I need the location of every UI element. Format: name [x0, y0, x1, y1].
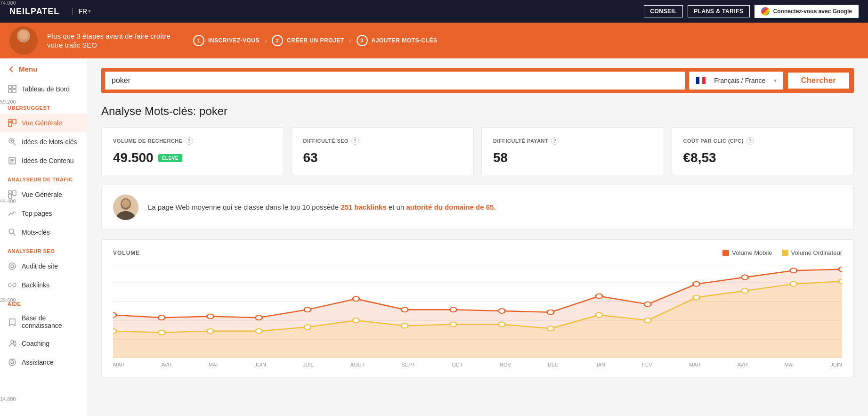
step-2-num: 2: [272, 35, 283, 46]
chercher-button[interactable]: Chercher: [787, 72, 850, 90]
insight-avatar: [113, 195, 138, 220]
svg-point-37: [122, 199, 130, 208]
lang-dropdown-arrow: ▾: [774, 77, 777, 84]
svg-point-69: [547, 326, 554, 331]
chart-title: VOLUME: [113, 250, 140, 256]
svg-point-48: [304, 307, 311, 312]
vue-generale-label: Vue Générale: [22, 119, 62, 127]
svg-point-73: [742, 288, 748, 293]
svg-point-50: [401, 307, 408, 312]
chart-body: 74.000 59.200 44.400 29.600 14.800: [113, 264, 842, 367]
title-keyword: poker: [199, 105, 227, 117]
chart-header: VOLUME Volume Mobile Volume Ordinateur: [113, 249, 842, 256]
step-1-num: 1: [193, 35, 204, 46]
chart-svg: [113, 264, 842, 358]
svg-point-59: [839, 267, 842, 271]
metric-label-cpc: COÛT PAR CLIC (CPC) ?: [683, 137, 843, 145]
svg-point-56: [693, 282, 699, 286]
svg-point-64: [304, 325, 311, 329]
lang-selector[interactable]: FR: [79, 8, 88, 15]
idees-mots-cles-label: Idées de Mots-clés: [22, 138, 77, 146]
svg-point-47: [256, 315, 262, 320]
svg-point-72: [693, 295, 699, 300]
metric-difficulte-seo: DIFFICULTÉ SEO ? 63: [292, 127, 474, 175]
chart-svg-area: MARAVRMAI JUINJUILAOUT SEPTOCTNOV DÉCJAN…: [113, 264, 842, 367]
info-icon-seo[interactable]: ?: [351, 137, 359, 145]
svg-point-55: [644, 302, 651, 307]
plans-button[interactable]: PLANS & TARIFS: [688, 5, 749, 17]
svg-point-68: [499, 322, 505, 327]
insight-text: La page Web moyenne qui se classe dans l…: [148, 202, 496, 213]
legend-desktop: Volume Ordinateur: [782, 249, 842, 256]
svg-point-66: [401, 323, 408, 328]
svg-point-51: [450, 307, 456, 312]
info-icon-volume[interactable]: ?: [186, 137, 193, 145]
svg-point-52: [499, 309, 505, 313]
info-icon-payant[interactable]: ?: [551, 137, 559, 145]
metric-label-seo: DIFFICULTÉ SEO ?: [303, 137, 462, 145]
metric-value-cpc: €8,53: [683, 150, 843, 165]
metric-label-volume: VOLUME DE RECHERCHE ?: [113, 137, 272, 145]
svg-point-70: [596, 313, 602, 318]
x-axis: MARAVRMAI JUINJUILAOUT SEPTOCTNOV DÉCJAN…: [113, 360, 842, 367]
metric-label-payant: DIFFICULTÉ PAYANT ?: [493, 137, 652, 145]
svg-point-65: [353, 318, 359, 323]
svg-point-60: [113, 329, 116, 334]
svg-point-62: [207, 329, 213, 334]
svg-point-53: [547, 310, 554, 315]
metric-cpc: COÛT PAR CLIC (CPC) ? €8,53: [672, 127, 854, 175]
main-layout: Menu Tableau de Bord UBERSUGGEST Vue Gén…: [0, 58, 868, 416]
step-1-label: INSCRIVEZ-VOUS: [208, 37, 260, 44]
metric-value-payant: 58: [493, 150, 652, 165]
neil-patel-avatar: [113, 195, 138, 220]
google-signin-button[interactable]: Connectez-vous avec Google: [754, 5, 859, 18]
svg-point-44: [113, 313, 116, 318]
banner-step-1[interactable]: 1 INSCRIVEZ-VOUS: [193, 35, 260, 46]
lang-arrow: ▾: [88, 8, 91, 15]
svg-point-67: [450, 322, 456, 327]
idees-contenu-label: Idées de Contenu: [22, 157, 74, 164]
volume-chart-container: VOLUME Volume Mobile Volume Ordinateur 7…: [101, 239, 854, 377]
info-icon-cpc[interactable]: ?: [746, 137, 754, 145]
search-input[interactable]: [105, 72, 685, 90]
metric-value-seo: 63: [303, 150, 462, 165]
svg-point-63: [256, 329, 262, 334]
banner-step-3[interactable]: 3 AJOUTER MOTS-CLÉS: [357, 35, 438, 46]
badge-eleve: ÉLEVÉ: [158, 154, 182, 162]
svg-point-49: [353, 296, 359, 301]
banner-steps: 1 INSCRIVEZ-VOUS › 2 CRÉER UN PROJET › 3…: [193, 35, 437, 46]
legend-desktop-color: [782, 250, 788, 256]
top-nav: NEILPATEL | FR ▾ CONSEIL PLANS & TARIFS …: [0, 0, 868, 23]
conseil-button[interactable]: CONSEIL: [644, 5, 683, 17]
assistance-label: Assistance: [22, 359, 54, 366]
coaching-label: Coaching: [22, 340, 49, 347]
metric-value-volume: 49.500 ÉLEVÉ: [113, 150, 272, 165]
insight-text-middle: et un: [387, 203, 406, 211]
title-prefix: Analyse Mots-clés:: [101, 105, 196, 117]
language-selector[interactable]: Français / France ▾: [689, 72, 783, 90]
search-bar: Français / France ▾ Chercher: [101, 68, 854, 93]
step-2-label: CRÉER UN PROJET: [287, 37, 344, 44]
step-separator-2: ›: [349, 36, 352, 46]
svg-point-74: [790, 282, 797, 286]
page-title: Analyse Mots-clés: poker: [101, 105, 854, 118]
legend-mobile: Volume Mobile: [722, 249, 772, 256]
banner-step-2[interactable]: 2 CRÉER UN PROJET: [272, 35, 344, 46]
legend-mobile-label: Volume Mobile: [732, 249, 772, 256]
insight-authority[interactable]: autorité du domaine de 65.: [406, 203, 495, 211]
legend-desktop-label: Volume Ordinateur: [791, 249, 842, 256]
metrics-row: VOLUME DE RECHERCHE ? 49.500 ÉLEVÉ DIFFI…: [101, 127, 854, 175]
tableau-label: Tableau de Bord: [22, 85, 70, 93]
legend-mobile-color: [722, 250, 729, 256]
insight-text-before: La page Web moyenne qui se classe dans l…: [148, 203, 341, 211]
step-3-num: 3: [357, 35, 368, 46]
metric-difficulte-payant: DIFFICULTÉ PAYANT ? 58: [481, 127, 664, 175]
svg-point-54: [596, 294, 602, 299]
svg-point-46: [207, 314, 213, 318]
onboarding-banner: Plus que 3 étapes avant de faire croître…: [0, 23, 868, 58]
main-content: Français / France ▾ Chercher Analyse Mot…: [87, 58, 868, 416]
chart-legend: Volume Mobile Volume Ordinateur: [722, 249, 842, 256]
step-3-label: AJOUTER MOTS-CLÉS: [372, 37, 438, 44]
step-separator-1: ›: [264, 36, 267, 46]
banner-text: Plus que 3 étapes avant de faire croître…: [47, 32, 179, 50]
